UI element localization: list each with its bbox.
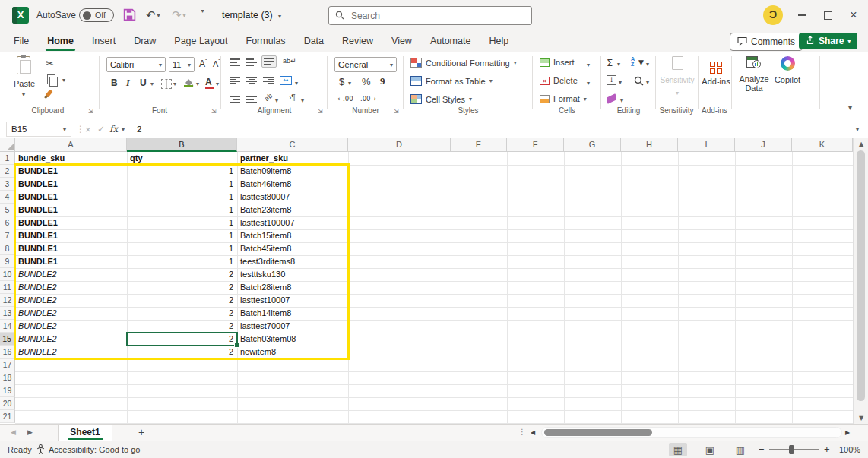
sort-filter-dropdown-icon[interactable]: ▾ — [646, 61, 649, 68]
row-header-14[interactable]: 14 — [0, 320, 15, 333]
cancel-entry-icon[interactable]: × — [85, 120, 91, 138]
cell-A8[interactable]: BUNDLE1 — [18, 242, 58, 255]
conditional-formatting-button[interactable]: Conditional Formatting▾ — [410, 58, 517, 68]
cell-C2[interactable]: Batch09item8 — [240, 165, 291, 178]
excel-app-icon[interactable]: X — [12, 7, 29, 24]
fx-dropdown-icon[interactable]: ▾ — [122, 126, 125, 133]
align-right-icon[interactable] — [263, 77, 274, 84]
restore-button[interactable] — [815, 0, 841, 30]
row-header-1[interactable]: 1 — [0, 152, 15, 165]
increase-indent-icon[interactable] — [246, 96, 257, 103]
cell-A16[interactable]: BUNDLE2 — [18, 346, 57, 359]
tab-formulas[interactable]: Formulas — [237, 30, 295, 52]
cell-B8[interactable]: 1 — [127, 242, 233, 255]
cell-B5[interactable]: 1 — [127, 204, 233, 216]
formula-input[interactable]: 2 — [137, 120, 141, 138]
bottom-align-icon[interactable] — [261, 55, 277, 68]
font-color-dropdown-icon[interactable]: ▾ — [216, 81, 219, 87]
minimize-button[interactable] — [789, 0, 815, 30]
row-header-15[interactable]: 15 — [0, 333, 15, 346]
cell-A9[interactable]: BUNDLE1 — [18, 255, 58, 268]
row-header-6[interactable]: 6 — [0, 216, 15, 229]
cell-B2[interactable]: 1 — [127, 165, 233, 178]
cut-icon[interactable]: ✂ — [46, 58, 54, 69]
row-header-17[interactable]: 17 — [0, 359, 15, 371]
cell-A1[interactable]: bundle_sku — [18, 152, 65, 165]
column-header-B[interactable]: B — [127, 138, 237, 152]
orientation-dropdown-icon[interactable]: ▾ — [275, 97, 278, 104]
spreadsheet-grid[interactable]: ABCDEFGHIJK12345678910111213141516171819… — [0, 138, 853, 424]
cell-A3[interactable]: BUNDLE1 — [18, 178, 58, 191]
font-name-combo[interactable]: Calibri▾ — [106, 57, 166, 72]
addins-button[interactable]: Add-ins — [701, 56, 731, 86]
cell-C4[interactable]: lasttest80007 — [240, 191, 290, 204]
row-header-2[interactable]: 2 — [0, 165, 15, 178]
row-header-12[interactable]: 12 — [0, 294, 15, 307]
paste-button[interactable]: Paste ▾ — [11, 56, 38, 103]
decrease-indent-icon[interactable] — [230, 96, 240, 103]
cell-C16[interactable]: newitem8 — [240, 346, 276, 359]
title-dropdown-icon[interactable]: ▾ — [278, 13, 281, 20]
prev-sheet-icon[interactable]: ◀ — [11, 428, 16, 436]
clear-eraser-icon[interactable] — [607, 93, 616, 104]
horizontal-scroll-thumb[interactable] — [544, 429, 652, 436]
decrease-decimal-icon[interactable]: .00→ — [360, 95, 376, 103]
cell-A4[interactable]: BUNDLE1 — [18, 191, 58, 204]
insert-dropdown-icon[interactable]: ▾ — [587, 62, 590, 68]
column-header-I[interactable]: I — [678, 138, 735, 152]
autosave-toggle[interactable]: Off — [79, 8, 114, 22]
row-header-19[interactable]: 19 — [0, 384, 15, 397]
tab-file[interactable]: File — [5, 30, 38, 52]
font-color-icon[interactable]: A — [205, 77, 212, 87]
merge-center-icon[interactable]: ↔ — [280, 76, 292, 85]
cell-C1[interactable]: partner_sku — [240, 152, 288, 165]
row-header-9[interactable]: 9 — [0, 255, 15, 268]
currency-dropdown-icon[interactable]: ▾ — [348, 80, 351, 87]
account-avatar[interactable]: Ɔ — [763, 5, 783, 25]
tab-automate[interactable]: Automate — [421, 30, 480, 52]
column-header-G[interactable]: G — [564, 138, 621, 152]
format-cells-button[interactable]: Format▾ — [540, 94, 587, 103]
underline-button[interactable]: U — [140, 77, 147, 88]
cell-A14[interactable]: BUNDLE2 — [18, 320, 57, 333]
cell-C15[interactable]: Batch03item08 — [240, 333, 296, 346]
zoom-slider-thumb[interactable] — [789, 445, 794, 454]
collapse-ribbon-icon[interactable]: ▾ — [848, 103, 852, 112]
column-header-F[interactable]: F — [507, 138, 564, 152]
next-sheet-icon[interactable]: ▶ — [27, 428, 33, 436]
borders-icon[interactable] — [161, 79, 172, 89]
zoom-slider-track[interactable] — [769, 449, 819, 450]
tab-draw[interactable]: Draw — [125, 30, 165, 52]
zoom-in-button[interactable]: + — [824, 444, 830, 455]
accessibility-status[interactable]: Accessibility: Good to go — [49, 445, 140, 454]
cell-A15[interactable]: BUNDLE2 — [18, 333, 57, 346]
font-size-combo[interactable]: 11▾ — [169, 57, 195, 72]
scroll-down-icon[interactable]: ▼ — [854, 415, 868, 422]
fill-color-dropdown-icon[interactable]: ▾ — [196, 81, 199, 87]
text-direction-dropdown-icon[interactable]: ▾ — [301, 97, 304, 104]
cell-C13[interactable]: Batch14item8 — [240, 307, 291, 320]
sort-filter-icon[interactable]: AZ — [631, 56, 635, 67]
tab-insert[interactable]: Insert — [83, 30, 125, 52]
document-title[interactable]: template (3) — [222, 10, 273, 21]
cell-C10[interactable]: testttsku130 — [240, 268, 285, 281]
cell-B16[interactable]: 2 — [127, 346, 233, 359]
new-sheet-button[interactable]: + — [138, 426, 144, 438]
fill-dropdown-icon[interactable]: ▾ — [619, 79, 622, 86]
find-select-icon[interactable] — [634, 75, 644, 89]
cell-B3[interactable]: 1 — [127, 178, 233, 191]
merge-dropdown-icon[interactable]: ▾ — [295, 80, 298, 87]
cell-A7[interactable]: BUNDLE1 — [18, 229, 58, 242]
cell-A6[interactable]: BUNDLE1 — [18, 216, 58, 229]
cell-B11[interactable]: 2 — [127, 281, 233, 294]
zoom-level[interactable]: 100% — [839, 445, 860, 454]
bold-button[interactable]: B — [111, 77, 118, 88]
row-header-8[interactable]: 8 — [0, 242, 15, 255]
cell-B10[interactable]: 2 — [127, 268, 233, 281]
zoom-out-button[interactable]: − — [759, 444, 765, 455]
tab-data[interactable]: Data — [295, 30, 333, 52]
normal-view-icon[interactable]: ▦ — [669, 443, 687, 456]
cell-styles-button[interactable]: Cell Styles▾ — [410, 94, 472, 104]
cell-C3[interactable]: Batch46item8 — [240, 178, 291, 191]
cell-B6[interactable]: 1 — [127, 216, 233, 229]
